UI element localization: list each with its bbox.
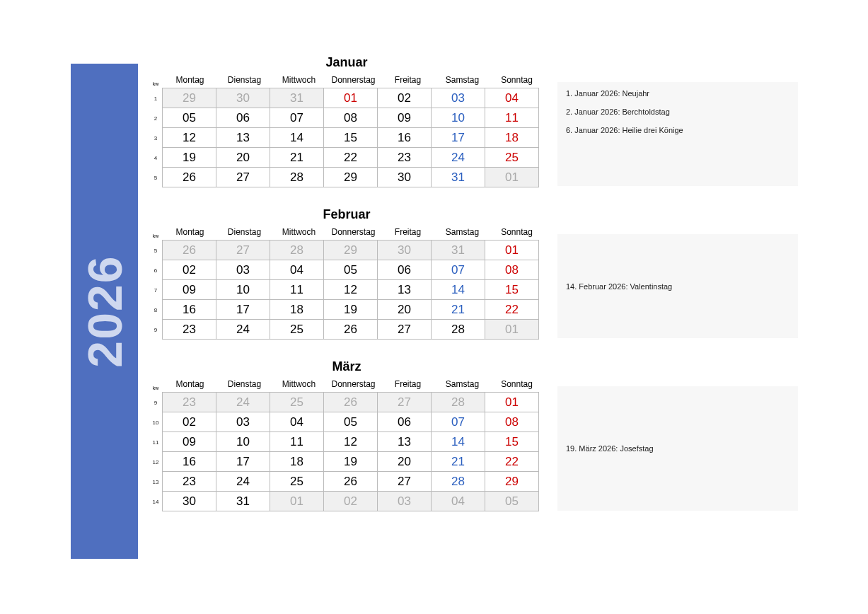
day-cell: 10 [431, 108, 485, 128]
calendar-side: FebruarkwMontagDienstagMittwochDonnersta… [149, 207, 545, 340]
week-row: 602030405060708 [149, 260, 545, 280]
day-cell: 21 [431, 451, 485, 472]
day-cell: 28 [431, 471, 485, 492]
weekday-header: Donnerstag [326, 73, 381, 88]
day-cell: 17 [216, 299, 270, 320]
day-cell: 30 [377, 240, 432, 260]
weekday-header: Mittwoch [272, 225, 326, 241]
day-cell: 15 [323, 127, 378, 148]
week-row: 709101112131415 [149, 280, 545, 300]
kw-cell: 8 [149, 300, 163, 320]
months-container: JanuarkwMontagDienstagMittwochDonnerstag… [149, 55, 799, 531]
day-cell: 03 [216, 412, 270, 432]
weekday-header: Dienstag [217, 225, 272, 241]
week-row: 129303101020304 [149, 88, 545, 108]
weekday-header: Freitag [381, 225, 435, 241]
weekday-header: Donnerstag [326, 225, 381, 241]
day-cell: 15 [485, 431, 539, 452]
day-cell: 03 [216, 260, 270, 280]
day-cell: 23 [162, 392, 216, 412]
day-cell: 29 [162, 88, 216, 108]
kw-cell: 11 [149, 432, 163, 452]
day-cell: 28 [431, 319, 485, 340]
weekday-header: Sonntag [490, 225, 544, 241]
weekday-header: Dienstag [217, 73, 272, 88]
kw-cell: 5 [149, 168, 163, 187]
day-cell: 04 [485, 88, 539, 108]
weekday-header: Montag [163, 377, 217, 393]
kw-cell: 13 [149, 472, 163, 492]
kw-cell: 3 [149, 128, 163, 148]
year-label: 2026 [77, 255, 132, 367]
day-cell: 13 [216, 127, 270, 148]
day-cell: 20 [377, 299, 432, 320]
day-cell: 18 [485, 127, 539, 148]
day-cell: 25 [270, 319, 324, 340]
calendar-grid: kwMontagDienstagMittwochDonnerstagFreita… [149, 73, 545, 187]
weekday-header: Mittwoch [272, 377, 326, 393]
day-cell: 01 [485, 240, 539, 260]
day-cell: 29 [323, 167, 378, 187]
day-cell: 26 [323, 319, 378, 340]
week-row: 526272829303101 [149, 168, 545, 187]
kw-cell: 5 [149, 241, 163, 260]
weekday-header: Montag [163, 225, 217, 241]
day-cell: 17 [216, 451, 270, 472]
weekday-header: Donnerstag [326, 377, 381, 393]
day-cell: 07 [431, 412, 485, 432]
day-cell: 19 [162, 147, 216, 168]
kw-header: kw [149, 377, 163, 393]
holiday-notes: 1. Januar 2026: Neujahr2. Januar 2026: B… [557, 82, 798, 186]
day-cell: 19 [323, 451, 378, 472]
day-cell: 01 [323, 88, 378, 108]
week-row: 1109101112131415 [149, 432, 545, 452]
weekday-header: Samstag [435, 225, 490, 241]
kw-cell: 7 [149, 280, 163, 300]
day-cell: 13 [377, 279, 432, 300]
week-row: 923242526272801 [149, 393, 545, 412]
day-cell: 01 [485, 319, 539, 340]
kw-header: kw [149, 73, 163, 88]
day-cell: 08 [323, 108, 378, 128]
day-cell: 05 [323, 260, 378, 280]
calendar-side: MärzkwMontagDienstagMittwochDonnerstagFr… [149, 359, 545, 511]
day-cell: 28 [431, 392, 485, 412]
holiday-note: 6. Januar 2026: Heilie drei Könige [566, 126, 789, 134]
weekday-header: Freitag [381, 377, 435, 393]
day-cell: 20 [216, 147, 270, 168]
day-cell: 07 [270, 108, 324, 128]
day-cell: 04 [270, 260, 324, 280]
day-cell: 23 [162, 319, 216, 340]
weekday-header: Sonntag [490, 73, 544, 88]
day-cell: 09 [162, 279, 216, 300]
day-cell: 25 [270, 392, 324, 412]
day-cell: 31 [270, 88, 324, 108]
kw-cell: 1 [149, 88, 163, 108]
day-cell: 02 [323, 491, 378, 511]
weekday-header: Mittwoch [272, 73, 326, 88]
holiday-note: 2. Januar 2026: Berchtoldstag [566, 108, 789, 116]
week-row: 816171819202122 [149, 300, 545, 320]
day-cell: 11 [270, 279, 324, 300]
day-cell: 31 [431, 167, 485, 187]
day-cell: 24 [216, 319, 270, 340]
day-cell: 13 [377, 431, 432, 452]
day-cell: 06 [216, 108, 270, 128]
week-row: 312131415161718 [149, 128, 545, 148]
week-row: 1002030405060708 [149, 412, 545, 432]
day-cell: 25 [270, 471, 324, 492]
day-cell: 14 [431, 431, 485, 452]
day-cell: 22 [323, 147, 378, 168]
month-block: MärzkwMontagDienstagMittwochDonnerstagFr… [149, 359, 799, 511]
weekday-header-row: kwMontagDienstagMittwochDonnerstagFreita… [149, 73, 545, 88]
month-block: JanuarkwMontagDienstagMittwochDonnerstag… [149, 55, 799, 187]
kw-cell: 9 [149, 393, 163, 412]
day-cell: 01 [270, 491, 324, 511]
holiday-note: 19. März 2026: Josefstag [566, 444, 789, 453]
day-cell: 17 [431, 127, 485, 148]
calendar-grid: kwMontagDienstagMittwochDonnerstagFreita… [149, 377, 545, 511]
day-cell: 07 [431, 260, 485, 280]
day-cell: 22 [485, 299, 539, 320]
day-cell: 26 [323, 471, 378, 492]
day-cell: 16 [162, 299, 216, 320]
